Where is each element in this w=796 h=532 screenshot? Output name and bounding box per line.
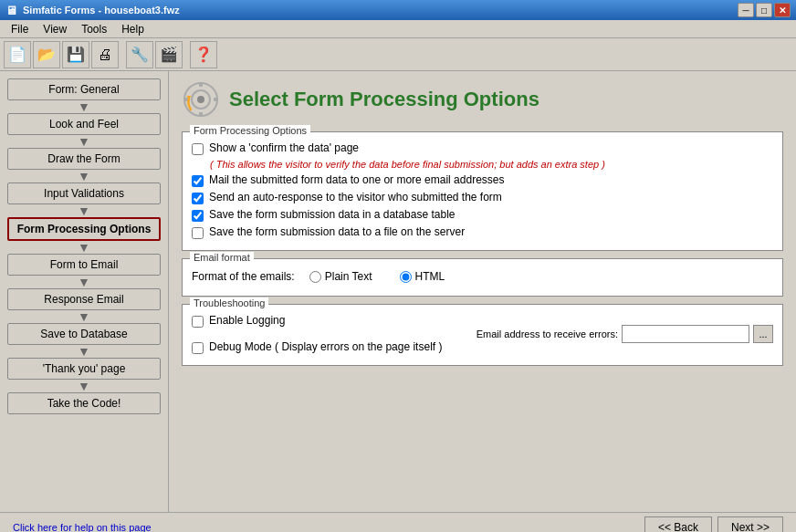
page-header-icon <box>182 80 220 119</box>
radio-plain-label[interactable]: Plain Text <box>325 270 372 283</box>
sidebar-arrow-2: ▼ <box>7 171 161 182</box>
nav-buttons: << Back Next >> <box>644 516 783 532</box>
option-file-label[interactable]: Save the form submission data to a file … <box>209 225 465 238</box>
option-file-row: Save the form submission data to a file … <box>192 225 773 239</box>
radio-html-input[interactable] <box>400 271 412 283</box>
trouble-row: Enable Logging Debug Mode ( Display erro… <box>192 310 773 358</box>
sidebar-arrow-6: ▼ <box>7 311 161 322</box>
sidebar-arrow-8: ▼ <box>7 381 161 391</box>
email-format-label: Format of the emails: <box>192 270 295 283</box>
enable-logging-row: Enable Logging <box>192 314 477 328</box>
email-format-group: Email format Format of the emails: Plain… <box>182 258 783 297</box>
radio-html[interactable]: HTML <box>400 270 445 283</box>
menu-view[interactable]: View <box>36 21 74 37</box>
option-confirm-row: Show a 'confirm the data' page <box>192 141 773 155</box>
enable-logging-label[interactable]: Enable Logging <box>209 314 285 327</box>
sidebar-arrow-5: ▼ <box>7 276 161 287</box>
menu-tools[interactable]: Tools <box>74 21 114 37</box>
option-autoresponse-label[interactable]: Send an auto-response to the visitor who… <box>209 191 502 203</box>
email-error-input[interactable] <box>622 325 749 343</box>
troubleshooting-group: Troubleshooting Enable Logging Debug Mod… <box>182 304 783 366</box>
debug-mode-row: Debug Mode ( Display errors on the page … <box>192 340 477 354</box>
title-bar-icon: 🖥 <box>5 4 17 17</box>
email-format-legend: Email format <box>190 252 254 263</box>
debug-mode-label[interactable]: Debug Mode ( Display errors on the page … <box>209 340 442 353</box>
toolbar-settings[interactable]: 🔧 <box>126 41 153 68</box>
svg-rect-3 <box>199 82 203 87</box>
trouble-right: Email address to receive errors: ... <box>477 325 773 343</box>
option-database-row: Save the form submission data in a datab… <box>192 208 773 222</box>
sidebar-arrow-4: ▼ <box>7 242 161 253</box>
option-confirm-note: ( This allows the visitor to verify the … <box>210 159 773 170</box>
troubleshooting-legend: Troubleshooting <box>190 297 268 308</box>
minimize-btn[interactable]: ─ <box>738 3 754 17</box>
form-processing-options-group: Form Processing Options Show a 'confirm … <box>182 131 783 251</box>
radio-html-label[interactable]: HTML <box>415 270 445 283</box>
page-header: Select Form Processing Options <box>182 80 783 119</box>
toolbar-open[interactable]: 📂 <box>33 41 60 68</box>
radio-plain-input[interactable] <box>309 271 321 283</box>
help-link[interactable]: Click here for help on this page <box>13 522 152 532</box>
debug-mode-checkbox[interactable] <box>192 342 204 354</box>
sidebar-item-look-feel[interactable]: Look and Feel <box>7 113 161 135</box>
option-mail-row: Mail the submitted form data to one or m… <box>192 173 773 187</box>
option-autoresponse-checkbox[interactable] <box>192 193 204 204</box>
browse-btn[interactable]: ... <box>753 325 773 343</box>
sidebar-item-response-email[interactable]: Response Email <box>7 288 161 310</box>
email-error-label-group: Email address to receive errors: <box>477 328 618 340</box>
email-format-row: Format of the emails: Plain Text HTML <box>192 265 773 288</box>
svg-rect-6 <box>214 98 218 101</box>
option-database-checkbox[interactable] <box>192 210 204 222</box>
sidebar-item-save-database[interactable]: Save to Database <box>7 323 161 345</box>
sidebar-item-form-processing[interactable]: Form Processing Options <box>7 217 161 241</box>
sidebar-item-thank-you[interactable]: 'Thank you' page <box>7 358 161 380</box>
option-mail-checkbox[interactable] <box>192 175 204 187</box>
back-button[interactable]: << Back <box>644 516 712 532</box>
content-area: Select Form Processing Options Form Proc… <box>169 71 796 512</box>
sidebar-item-take-code[interactable]: Take the Code! <box>7 392 161 414</box>
radio-plain-text[interactable]: Plain Text <box>309 270 372 283</box>
next-button[interactable]: Next >> <box>717 516 783 532</box>
sidebar-item-draw-form[interactable]: Draw the Form <box>7 148 161 170</box>
option-file-checkbox[interactable] <box>192 227 204 239</box>
sidebar-item-input-validations[interactable]: Input Validations <box>7 183 161 204</box>
close-btn[interactable]: ✕ <box>774 3 791 17</box>
sidebar: Form: General ▼ Look and Feel ▼ Draw the… <box>0 71 169 512</box>
title-bar: 🖥 Simfatic Forms - houseboat3.fwz ─ □ ✕ <box>0 0 796 20</box>
toolbar-help[interactable]: ❓ <box>190 41 217 68</box>
title-bar-title: Simfatic Forms - houseboat3.fwz <box>23 5 180 16</box>
maximize-btn[interactable]: □ <box>756 3 772 17</box>
sidebar-item-form-general[interactable]: Form: General <box>7 78 161 100</box>
sidebar-arrow-3: ▼ <box>7 205 161 216</box>
sidebar-arrow-1: ▼ <box>7 136 161 147</box>
sidebar-arrow-0: ▼ <box>7 101 161 112</box>
option-confirm-checkbox[interactable] <box>192 143 204 155</box>
option-autoresponse-row: Send an auto-response to the visitor who… <box>192 191 773 204</box>
title-bar-controls: ─ □ ✕ <box>738 3 791 17</box>
option-database-label[interactable]: Save the form submission data in a datab… <box>209 208 456 221</box>
main-area: Form: General ▼ Look and Feel ▼ Draw the… <box>0 71 796 512</box>
trouble-left: Enable Logging Debug Mode ( Display erro… <box>192 310 477 358</box>
menu-bar: File View Tools Help <box>0 20 796 38</box>
menu-file[interactable]: File <box>4 21 36 37</box>
option-mail-label[interactable]: Mail the submitted form data to one or m… <box>209 173 504 186</box>
page-title: Select Form Processing Options <box>229 88 539 111</box>
toolbar-save[interactable]: 💾 <box>62 41 89 68</box>
enable-logging-checkbox[interactable] <box>192 316 204 328</box>
email-error-label: Email address to receive errors: <box>477 329 618 339</box>
toolbar-print[interactable]: 🖨 <box>91 41 119 68</box>
sidebar-arrow-7: ▼ <box>7 346 161 357</box>
option-confirm-label[interactable]: Show a 'confirm the data' page <box>209 141 359 154</box>
toolbar: 📄 📂 💾 🖨 🔧 🎬 ❓ <box>0 38 796 71</box>
menu-help[interactable]: Help <box>114 21 152 37</box>
sidebar-item-form-email[interactable]: Form to Email <box>7 254 161 276</box>
svg-point-2 <box>197 96 204 103</box>
bottom-bar: Click here for help on this page << Back… <box>0 512 796 532</box>
svg-rect-4 <box>199 112 203 117</box>
toolbar-new[interactable]: 📄 <box>4 41 31 68</box>
toolbar-record[interactable]: 🎬 <box>155 41 183 68</box>
form-processing-legend: Form Processing Options <box>190 125 310 136</box>
